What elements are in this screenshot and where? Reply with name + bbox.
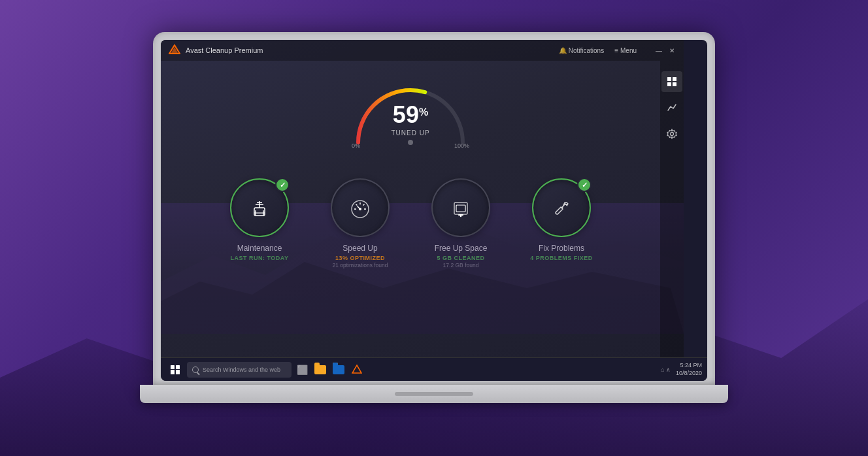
gauge-center: 59% TUNED UP — [391, 103, 429, 137]
maintenance-icon — [246, 195, 273, 221]
feature-speedup[interactable]: Speed Up 13% OPTIMIZED 21 optimizations … — [318, 178, 403, 269]
menu-button[interactable]: ≡ Menu — [614, 47, 637, 54]
svg-line-18 — [363, 204, 365, 206]
laptop-container: Avast Cleanup Premium 🔔 Notifications ≡ … — [140, 32, 728, 424]
svg-point-20 — [359, 208, 361, 210]
bell-icon: 🔔 — [559, 47, 567, 54]
gauge-max: 100% — [454, 142, 469, 149]
taskbar-search[interactable]: Search Windows and the web — [187, 362, 292, 378]
taskbar: Search Windows and the web ⬜ — [161, 357, 707, 381]
folder-icon — [314, 365, 326, 374]
feature-fixproblems[interactable]: ✓ Fix Problems 4 PROBLEMS FIXED — [519, 178, 604, 269]
title-bar: Avast Cleanup Premium 🔔 Notifications ≡ … — [161, 40, 684, 61]
grid-icon — [667, 76, 677, 87]
avast-taskbar-icon — [352, 365, 362, 375]
freespace-sub: 17.2 GB found — [443, 262, 479, 269]
svg-rect-28 — [673, 82, 676, 86]
notifications-button[interactable]: 🔔 Notifications — [559, 47, 604, 54]
title-bar-controls: 🔔 Notifications ≡ Menu — ✕ — [559, 46, 676, 54]
svg-point-29 — [671, 133, 674, 136]
speedup-status: 13% OPTIMIZED — [335, 255, 385, 261]
gear-icon — [667, 129, 677, 139]
taskbar-time: 5:24 PM 10/8/2020 — [676, 362, 702, 377]
window-buttons: — ✕ — [655, 46, 676, 54]
main-content: 0% 100% 59% TUNED UP — [161, 61, 660, 357]
feature-maintenance[interactable]: ✓ Ma — [217, 178, 302, 269]
taskbar-folder-yellow[interactable] — [312, 362, 328, 378]
search-text: Search Windows and the web — [203, 366, 280, 373]
sidebar-grid-button[interactable] — [661, 71, 682, 92]
taskbar-right: ⌂ ∧ 5:24 PM 10/8/2020 — [661, 362, 702, 377]
speedup-sub: 21 optimizations found — [332, 262, 388, 269]
svg-rect-25 — [667, 77, 671, 81]
sidebar — [660, 61, 684, 357]
app-title: Avast Cleanup Premium — [186, 46, 559, 54]
avast-logo-icon — [169, 44, 180, 56]
folder-blue-icon — [333, 365, 344, 374]
close-button[interactable]: ✕ — [668, 46, 676, 54]
windows-icon — [171, 365, 180, 374]
gauge-labels: 0% 100% — [345, 142, 476, 149]
minimize-button[interactable]: — — [655, 46, 663, 54]
svg-rect-26 — [673, 77, 676, 81]
svg-marker-30 — [352, 365, 361, 373]
laptop-notch — [395, 392, 473, 396]
gauge-section: 0% 100% 59% TUNED UP — [345, 74, 476, 152]
system-tray: ⌂ ∧ — [661, 366, 671, 373]
task-view-button[interactable]: ⬜ — [294, 362, 310, 378]
fixproblems-status: 4 PROBLEMS FIXED — [530, 255, 593, 261]
chart-icon — [667, 103, 677, 113]
gauge-suffix: % — [419, 107, 428, 118]
features-row: ✓ Ma — [217, 178, 604, 269]
svg-point-24 — [460, 216, 461, 217]
gauge-wrapper: 0% 100% 59% TUNED UP — [345, 74, 476, 152]
gauge-min: 0% — [352, 142, 360, 149]
taskbar-apps — [312, 362, 365, 378]
menu-icon: ≡ — [614, 47, 618, 54]
maintenance-name: Maintenance — [237, 244, 282, 253]
speedup-circle — [331, 178, 390, 237]
svg-rect-22 — [456, 205, 465, 212]
laptop-base — [140, 385, 728, 403]
freespace-name: Free Up Space — [435, 244, 488, 253]
freespace-icon — [448, 195, 474, 221]
sidebar-settings-button[interactable] — [661, 123, 682, 144]
start-button[interactable] — [166, 361, 184, 379]
fixproblems-name: Fix Problems — [539, 244, 584, 253]
maintenance-status: LAST RUN: TODAY — [230, 255, 288, 261]
fixproblems-check: ✓ — [577, 178, 592, 192]
maintenance-check: ✓ — [275, 178, 290, 192]
fixproblems-icon — [548, 195, 575, 221]
svg-line-17 — [356, 204, 358, 206]
speedup-icon — [347, 195, 373, 221]
search-icon — [192, 366, 199, 373]
gauge-value: 59% — [391, 103, 429, 127]
freespace-status: 5 GB CLEANED — [437, 255, 484, 261]
speedup-name: Speed Up — [342, 244, 377, 253]
taskbar-folder-blue[interactable] — [331, 362, 346, 378]
sidebar-chart-button[interactable] — [661, 97, 682, 118]
svg-rect-27 — [667, 82, 671, 86]
screen-bezel: Avast Cleanup Premium 🔔 Notifications ≡ … — [153, 32, 715, 385]
fixproblems-circle: ✓ — [532, 178, 591, 237]
app-window: Avast Cleanup Premium 🔔 Notifications ≡ … — [161, 40, 684, 357]
screen: Avast Cleanup Premium 🔔 Notifications ≡ … — [161, 40, 707, 381]
taskbar-avast-app[interactable] — [349, 362, 365, 378]
feature-freespace[interactable]: Free Up Space 5 GB CLEANED 17.2 GB found — [418, 178, 503, 269]
maintenance-circle: ✓ — [230, 178, 289, 237]
gauge-label: TUNED UP — [391, 129, 429, 137]
freespace-circle — [431, 178, 490, 237]
